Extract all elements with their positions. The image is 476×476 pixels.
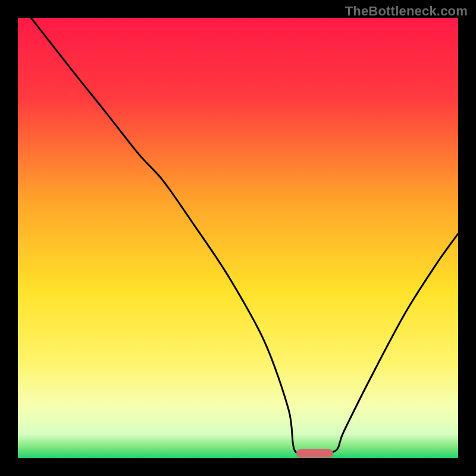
watermark-text: TheBottleneck.com (345, 4, 468, 19)
curve-layer (18, 18, 458, 458)
optimal-range-marker (296, 449, 333, 458)
plot-area (18, 18, 458, 458)
chart-frame: TheBottleneck.com (0, 0, 476, 476)
bottleneck-curve (31, 18, 458, 453)
